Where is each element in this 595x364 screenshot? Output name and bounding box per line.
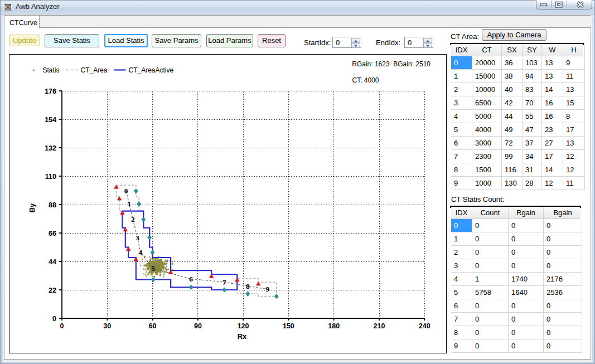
svg-text:150: 150 [283, 322, 294, 330]
svg-text:9: 9 [265, 285, 269, 293]
svg-text:132: 132 [45, 144, 56, 152]
svg-text:RGain: 1623 BGain: 2510: RGain: 1623 BGain: 2510 [352, 60, 430, 68]
svg-text:154: 154 [45, 116, 56, 124]
svg-text:0: 0 [52, 315, 56, 323]
svg-text:88: 88 [49, 201, 56, 209]
svg-text:8: 8 [246, 282, 250, 290]
svg-text:3: 3 [136, 234, 139, 242]
svg-text:44: 44 [49, 258, 56, 266]
svg-text:1: 1 [127, 200, 131, 208]
svg-text:By: By [28, 203, 36, 212]
svg-text:5: 5 [152, 264, 156, 273]
svg-text:CT_Area: CT_Area [81, 66, 108, 74]
svg-text:AWB: AWB [5, 6, 11, 8]
svg-text:0: 0 [124, 187, 128, 195]
svg-text:22: 22 [49, 287, 56, 294]
svg-text:Statis: Statis [43, 66, 60, 74]
svg-text:7: 7 [222, 278, 226, 287]
svg-text:Rx: Rx [238, 332, 247, 341]
svg-text:240: 240 [419, 322, 430, 330]
svg-text:CT_AreaActive: CT_AreaActive [129, 66, 174, 74]
svg-text:120: 120 [238, 322, 249, 330]
svg-text:60: 60 [149, 322, 157, 330]
svg-text:90: 90 [194, 322, 202, 330]
svg-text:6: 6 [189, 275, 193, 283]
svg-text:0: 0 [60, 322, 64, 330]
svg-text:30: 30 [103, 322, 111, 330]
svg-text:180: 180 [328, 322, 340, 330]
svg-text:2: 2 [131, 215, 135, 224]
svg-text:66: 66 [49, 230, 56, 237]
svg-text:210: 210 [374, 322, 385, 330]
svg-text:110: 110 [45, 173, 56, 181]
svg-text:176: 176 [45, 88, 56, 95]
svg-text:4: 4 [139, 248, 143, 256]
svg-text:CT: 4000: CT: 4000 [352, 76, 379, 84]
